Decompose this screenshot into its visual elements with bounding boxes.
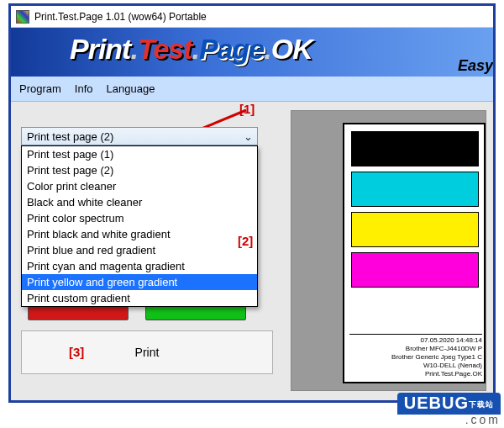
watermark: UEBUG下载站 .com [366,393,501,426]
content-area: [1] Print test page (2) ⌄ Print test pag… [11,102,493,400]
page-type-dropdown[interactable]: Print test page (1)Print test page (2)Co… [21,145,258,307]
dropdown-option[interactable]: Color print cleaner [22,178,257,194]
print-button-label: Print [135,346,160,359]
dropdown-option[interactable]: Print test page (2) [22,162,257,178]
dropdown-option[interactable]: Print yellow and green gradient [22,274,257,290]
watermark-suffix: .com [366,413,501,426]
menu-info[interactable]: Info [75,82,93,95]
banner: Print.Test.Page.OK Easy [11,28,493,77]
color-bar-magenta [351,252,479,288]
menu-language[interactable]: Language [107,82,155,95]
menubar: Program Info Language [11,77,493,102]
banner-subtitle: Easy [458,57,493,75]
banner-text: Print.Test.Page.OK [70,33,312,66]
app-window: Print.Test.Page 1.01 (wow64) Portable Pr… [8,3,496,403]
color-bar-cyan [351,172,479,207]
watermark-brand: UEBUG下载站 [397,393,501,415]
preview-meta: 07.05.2020 14:48:14Brother MFC-J4410DW P… [349,334,482,378]
app-icon [16,10,29,24]
dropdown-option[interactable]: Black and white cleaner [22,194,257,210]
dropdown-option[interactable]: Print custom gradient [22,290,257,306]
print-button[interactable]: [3] Print [21,330,273,374]
dropdown-option[interactable]: Print test page (1) [22,146,257,162]
titlebar: Print.Test.Page 1.01 (wow64) Portable [11,6,493,28]
annotation-3: [3] [69,345,84,359]
color-bar-yellow [351,212,479,247]
preview-pane: 07.05.2020 14:48:14Brother MFC-J4410DW P… [291,110,486,391]
dropdown-option[interactable]: Print color spectrum [22,210,257,226]
window-title: Print.Test.Page 1.01 (wow64) Portable [34,11,207,23]
color-bar-black [351,131,479,166]
combo-selected-label: Print test page (2) [27,130,113,143]
annotation-2: [2] [238,234,253,248]
annotation-1: [1] [239,102,255,116]
chevron-down-icon: ⌄ [242,130,254,143]
dropdown-option[interactable]: Print blue and red gradient [22,242,257,258]
left-panel: Print test page (2) ⌄ Print test page (1… [21,127,277,307]
page-type-combo[interactable]: Print test page (2) ⌄ [21,127,258,145]
preview-page: 07.05.2020 14:48:14Brother MFC-J4410DW P… [343,123,486,383]
dropdown-option[interactable]: Print cyan and magenta gradient [22,258,257,274]
dropdown-option[interactable]: Print black and white gradient [22,226,257,242]
menu-program[interactable]: Program [19,82,61,95]
